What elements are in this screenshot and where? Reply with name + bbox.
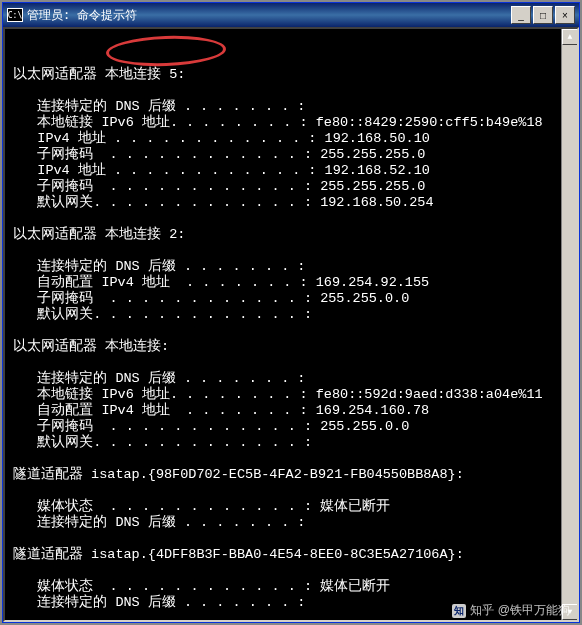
output-row: 连接特定的 DNS 后缀 . . . . . . . : [13,259,569,275]
output-row: IPv4 地址 . . . . . . . . . . . . : 192.16… [13,163,569,179]
adapter-header: 以太网适配器 本地连接 2: [13,227,569,243]
window-title: 管理员: 命令提示符 [27,7,507,24]
row-value: 255.255.0.0 [312,419,409,435]
output-row: IPv4 地址 . . . . . . . . . . . . : 192.16… [13,131,569,147]
blank-line [13,451,569,467]
output-row: 子网掩码 . . . . . . . . . . . . : 255.255.0… [13,291,569,307]
row-value: 169.254.92.155 [308,275,430,291]
row-value: 192.168.50.10 [316,131,429,147]
output-row: 子网掩码 . . . . . . . . . . . . : 255.255.0… [13,419,569,435]
row-label: 子网掩码 . . . . . . . . . . . . : [13,291,312,307]
maximize-button[interactable]: □ [533,6,553,24]
row-value: 255.255.255.0 [312,179,425,195]
vertical-scrollbar[interactable]: ▲ ▼ [561,29,577,620]
blank-line [13,83,569,99]
output-row: 连接特定的 DNS 后缀 . . . . . . . : [13,515,569,531]
row-value: fe80::8429:2590:cff5:b49e%18 [308,115,543,131]
adapter-header: 隧道适配器 isatap.{4DFF8B3F-BBA0-4E54-8EE0-8C… [13,547,569,563]
row-label: 连接特定的 DNS 后缀 . . . . . . . : [13,515,305,531]
row-label: 本地链接 IPv6 地址. . . . . . . . : [13,115,308,131]
blank-line [13,243,569,259]
row-label: 子网掩码 . . . . . . . . . . . . : [13,419,312,435]
output-row: 连接特定的 DNS 后缀 . . . . . . . : [13,99,569,115]
row-label: 默认网关. . . . . . . . . . . . . : [13,435,312,451]
terminal-output[interactable]: 以太网适配器 本地连接 5: 连接特定的 DNS 后缀 . . . . . . … [3,27,579,622]
row-value: 媒体已断开 [312,579,390,595]
adapter-header: 以太网适配器 本地连接: [13,339,569,355]
row-label: IPv4 地址 . . . . . . . . . . . . : [13,163,316,179]
row-label: 自动配置 IPv4 地址 . . . . . . . : [13,403,308,419]
row-value: fe80::592d:9aed:d338:a04e%11 [308,387,543,403]
cmd-window: C:\ 管理员: 命令提示符 _ □ × 以太网适配器 本地连接 5: 连接特定… [2,2,580,623]
row-value: 169.254.160.78 [308,403,430,419]
output-row: 自动配置 IPv4 地址 . . . . . . . : 169.254.92.… [13,275,569,291]
row-value: 255.255.255.0 [312,147,425,163]
output-row: 子网掩码 . . . . . . . . . . . . : 255.255.2… [13,147,569,163]
titlebar[interactable]: C:\ 管理员: 命令提示符 _ □ × [3,3,579,27]
row-label: 自动配置 IPv4 地址 . . . . . . . : [13,275,308,291]
row-label: 子网掩码 . . . . . . . . . . . . : [13,147,312,163]
output-row: 媒体状态 . . . . . . . . . . . . : 媒体已断开 [13,499,569,515]
row-label: 子网掩码 . . . . . . . . . . . . : [13,179,312,195]
output-row: 子网掩码 . . . . . . . . . . . . : 255.255.2… [13,179,569,195]
output-row: 连接特定的 DNS 后缀 . . . . . . . : [13,371,569,387]
scroll-down-button[interactable]: ▼ [562,604,578,620]
row-label: IPv4 地址 . . . . . . . . . . . . : [13,131,316,147]
output-row: 本地链接 IPv6 地址. . . . . . . . : fe80::8429… [13,115,569,131]
blank-line [13,483,569,499]
adapter-header: 隧道适配器 isatap.{98F0D702-EC5B-4FA2-B921-FB… [13,467,569,483]
output-row: 连接特定的 DNS 后缀 . . . . . . . : [13,595,569,611]
row-label: 媒体状态 . . . . . . . . . . . . : [13,579,312,595]
output-row: 默认网关. . . . . . . . . . . . . : [13,307,569,323]
row-value: 媒体已断开 [312,499,390,515]
output-row: 默认网关. . . . . . . . . . . . . : [13,435,569,451]
blank-line [13,355,569,371]
scroll-up-button[interactable]: ▲ [562,29,578,45]
blank-line [13,531,569,547]
row-label: 连接特定的 DNS 后缀 . . . . . . . : [13,259,305,275]
row-label: 默认网关. . . . . . . . . . . . . : [13,307,312,323]
output-row: 默认网关. . . . . . . . . . . . . : 192.168.… [13,195,569,211]
blank-line [13,211,569,227]
output-row: 本地链接 IPv6 地址. . . . . . . . : fe80::592d… [13,387,569,403]
row-label: 本地链接 IPv6 地址. . . . . . . . : [13,387,308,403]
row-label: 连接特定的 DNS 后缀 . . . . . . . : [13,595,305,611]
row-value: 192.168.50.254 [312,195,434,211]
output-row: 媒体状态 . . . . . . . . . . . . : 媒体已断开 [13,579,569,595]
row-label: 连接特定的 DNS 后缀 . . . . . . . : [13,371,305,387]
cmd-icon: C:\ [7,8,23,22]
output-row: 自动配置 IPv4 地址 . . . . . . . : 169.254.160… [13,403,569,419]
row-value: 192.168.52.10 [316,163,429,179]
blank-line [13,323,569,339]
close-button[interactable]: × [555,6,575,24]
row-label: 媒体状态 . . . . . . . . . . . . : [13,499,312,515]
row-value: 255.255.0.0 [312,291,409,307]
row-label: 连接特定的 DNS 后缀 . . . . . . . : [13,99,305,115]
adapter-header: 以太网适配器 本地连接 5: [13,67,569,83]
row-label: 默认网关. . . . . . . . . . . . . : [13,195,312,211]
blank-line [13,563,569,579]
minimize-button[interactable]: _ [511,6,531,24]
